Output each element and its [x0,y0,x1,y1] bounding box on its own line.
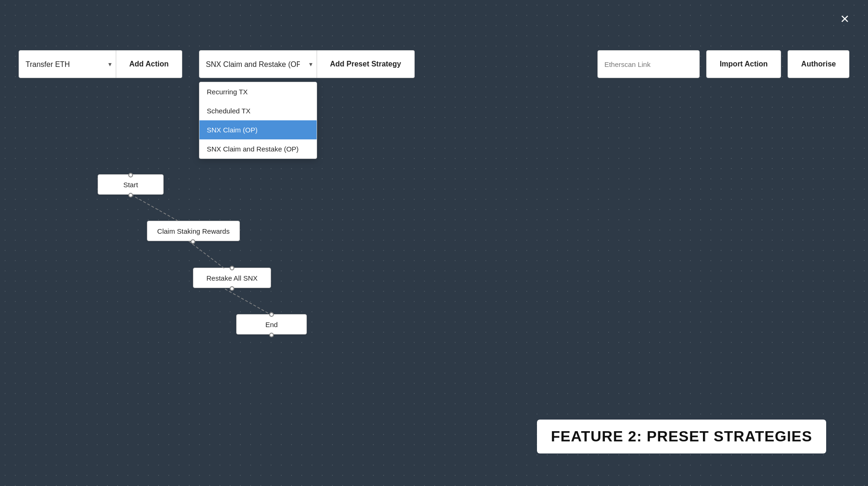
action-select[interactable]: Transfer ETH Recurring TX Scheduled TX S… [19,50,116,78]
svg-line-1 [189,241,225,269]
connector-start-top [128,173,133,177]
authorise-button[interactable]: Authorise [788,50,849,78]
preset-select[interactable]: Recurring TX Scheduled TX SNX Claim (OP)… [199,50,317,78]
import-action-button[interactable]: Import Action [706,50,781,78]
dropdown-item-snx-claim-restake[interactable]: SNX Claim and Restake (OP) [199,139,317,158]
preset-select-wrapper: Recurring TX Scheduled TX SNX Claim (OP)… [199,50,317,78]
flow-node-end[interactable]: End [236,314,307,335]
connector-end-top [269,312,274,317]
dropdown-item-scheduled-tx[interactable]: Scheduled TX [199,101,317,120]
action-select-wrapper: Transfer ETH Recurring TX Scheduled TX S… [19,50,116,78]
feature-badge: FEATURE 2: PRESET STRATEGIES [537,420,826,453]
flow-node-claim[interactable]: Claim Staking Rewards [147,221,240,241]
feature-badge-text: FEATURE 2: PRESET STRATEGIES [551,428,812,445]
svg-line-0 [131,195,178,221]
etherscan-link-input[interactable] [597,50,700,78]
connector-end-bottom [269,333,274,337]
dropdown-item-snx-claim[interactable]: SNX Claim (OP) [199,120,317,139]
close-button[interactable]: × [835,8,855,29]
add-preset-strategy-button[interactable]: Add Preset Strategy [317,50,415,78]
connector-restake-bottom [230,286,234,291]
add-action-button[interactable]: Add Action [116,50,182,78]
preset-dropdown-menu: Recurring TX Scheduled TX SNX Claim (OP)… [199,82,317,159]
toolbar: Transfer ETH Recurring TX Scheduled TX S… [19,50,849,78]
svg-line-2 [225,289,272,315]
connector-start-bottom [128,193,133,197]
connector-restake-top [230,266,234,270]
dropdown-item-recurring-tx[interactable]: Recurring TX [199,82,317,101]
flow-node-restake[interactable]: Restake All SNX [193,268,271,288]
connector-claim-bottom [191,239,195,244]
